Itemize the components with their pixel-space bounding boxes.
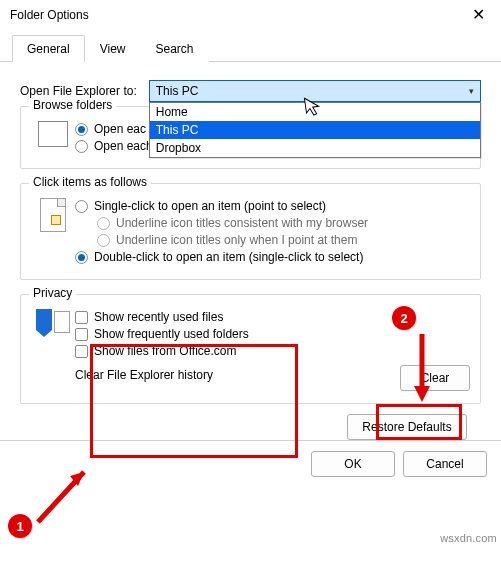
tab-view[interactable]: View (85, 35, 141, 62)
tab-general[interactable]: General (12, 35, 85, 62)
radio-double-click[interactable] (75, 251, 88, 264)
check-office-files[interactable] (75, 345, 88, 358)
close-icon[interactable]: ✕ (466, 6, 491, 24)
annotation-badge-2: 2 (392, 306, 416, 330)
chevron-down-icon: ▾ (469, 86, 474, 96)
window-title: Folder Options (10, 8, 89, 22)
radio-own-window[interactable] (75, 140, 88, 153)
group-click-items: Click items as follows Single-click to o… (20, 183, 481, 280)
check-frequent-folders-label: Show frequently used folders (94, 327, 249, 341)
clear-history-label: Clear File Explorer history (75, 368, 400, 382)
radio-underline-browser-label: Underline icon titles consistent with my… (116, 216, 368, 230)
browse-legend: Browse folders (29, 98, 116, 112)
open-to-option-dropbox[interactable]: Dropbox (150, 139, 480, 157)
check-recent-files-label: Show recently used files (94, 310, 223, 324)
watermark: wsxdn.com (440, 532, 497, 544)
radio-single-click[interactable] (75, 200, 88, 213)
open-to-option-thispc[interactable]: This PC (150, 121, 480, 139)
ok-button[interactable]: OK (311, 451, 395, 477)
check-frequent-folders[interactable] (75, 328, 88, 341)
cursor-icon (303, 95, 324, 123)
radio-single-click-label: Single-click to open an item (point to s… (94, 199, 326, 213)
radio-same-window-label: Open eac (94, 122, 146, 136)
privacy-legend: Privacy (29, 286, 76, 300)
click-legend: Click items as follows (29, 175, 151, 189)
open-to-value: This PC (156, 84, 199, 98)
open-to-label: Open File Explorer to: (20, 84, 137, 98)
check-office-files-label: Show files from Office.com (94, 344, 237, 358)
radio-double-click-label: Double-click to open an item (single-cli… (94, 250, 363, 264)
radio-underline-point (97, 234, 110, 247)
tab-bar: General View Search (0, 34, 501, 62)
tab-search[interactable]: Search (141, 35, 209, 62)
radio-underline-browser (97, 217, 110, 230)
radio-same-window[interactable] (75, 123, 88, 136)
radio-underline-point-label: Underline icon titles only when I point … (116, 233, 357, 247)
privacy-icon (31, 307, 75, 391)
cancel-button[interactable]: Cancel (403, 451, 487, 477)
click-icon (31, 196, 75, 232)
annotation-badge-1: 1 (8, 514, 32, 538)
browse-icon (31, 119, 75, 147)
restore-defaults-button[interactable]: Restore Defaults (347, 414, 467, 440)
clear-button[interactable]: Clear (400, 365, 470, 391)
check-recent-files[interactable] (75, 311, 88, 324)
